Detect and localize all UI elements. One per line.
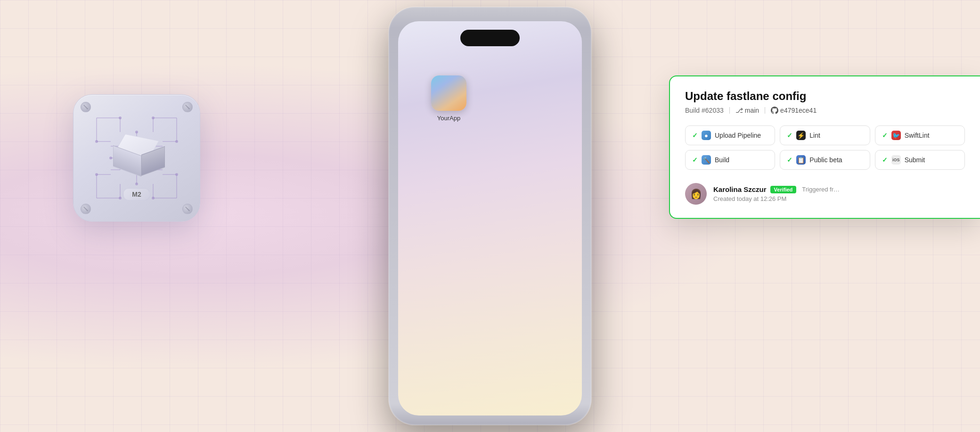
svg-point-31 [119, 197, 122, 199]
ci-badge-swiftlint: ✓🐦SwiftLint [875, 125, 965, 145]
ci-badge-beta: ✓📋Public beta [780, 150, 870, 170]
iphone-body: YourApp [389, 7, 591, 425]
ci-branch: ⎇ main [735, 107, 759, 114]
badge-label-build: Build [715, 156, 729, 164]
badge-icon-lint: ⚡ [796, 131, 806, 140]
ci-commit: e4791ece41 [771, 107, 817, 114]
branch-icon: ⎇ [735, 107, 743, 114]
ci-badge-upload: ✓●Upload Pipeline [685, 125, 775, 145]
badge-icon-beta: 📋 [796, 155, 806, 165]
ci-author-time: Created today at 12:26 PM [713, 195, 840, 202]
svg-point-33 [152, 197, 155, 199]
iphone-screen: YourApp [398, 21, 582, 415]
ci-avatar: 👩 [685, 183, 707, 205]
chip-inner: M2 [82, 104, 191, 212]
badge-label-swiftlint: SwiftLint [905, 132, 930, 139]
chip-label: M2 [123, 188, 150, 200]
svg-point-34 [175, 173, 178, 176]
chip-card: M2 [73, 94, 200, 222]
badge-check-swiftlint: ✓ [882, 132, 888, 139]
svg-point-27 [119, 116, 122, 119]
commit-hash: e4791ece41 [780, 107, 817, 114]
avatar-emoji: 👩 [690, 188, 702, 199]
badge-check-build: ✓ [692, 156, 698, 164]
badge-check-beta: ✓ [787, 156, 792, 164]
svg-point-35 [109, 157, 112, 159]
iphone-frame: YourApp [382, 0, 598, 432]
app-icon [431, 75, 466, 111]
ci-card: Update fastlane config Build #62033 ⎇ ma… [669, 75, 980, 219]
svg-point-30 [152, 116, 155, 119]
badge-label-submit: Submit [905, 156, 925, 164]
svg-point-28 [95, 140, 98, 143]
ci-author-name: Karolina Szczur [713, 185, 767, 193]
svg-point-37 [135, 131, 138, 133]
ci-author-name-row: Karolina Szczur Verified Triggered fr… [713, 185, 840, 193]
app-name: YourApp [437, 115, 460, 122]
badge-check-submit: ✓ [882, 156, 888, 164]
chip-3d-box [113, 137, 160, 175]
badge-check-upload: ✓ [692, 132, 698, 139]
badge-label-lint: Lint [809, 132, 820, 139]
ci-badge-build: ✓🔨Build [685, 150, 775, 170]
svg-point-32 [95, 173, 98, 176]
badge-icon-submit: iOS [891, 155, 901, 165]
ci-author-info: Karolina Szczur Verified Triggered fr… C… [713, 185, 840, 202]
ci-build-number: Build #62033 [685, 107, 724, 114]
github-icon [771, 107, 778, 114]
badge-label-upload: Upload Pipeline [715, 132, 761, 139]
badge-icon-build: 🔨 [702, 155, 711, 165]
badge-icon-swiftlint: 🐦 [891, 131, 901, 140]
svg-point-38 [135, 183, 138, 185]
branch-name: main [745, 107, 759, 114]
badge-icon-upload: ● [702, 131, 711, 140]
ci-meta-divider-2 [765, 107, 765, 114]
badge-label-beta: Public beta [809, 156, 842, 164]
ci-badge-lint: ✓⚡Lint [780, 125, 870, 145]
svg-point-29 [175, 140, 178, 143]
ci-verified-badge: Verified [770, 186, 797, 193]
ci-title: Update fastlane config [685, 90, 965, 103]
dynamic-island [460, 30, 520, 46]
ci-meta: Build #62033 ⎇ main e4791ece41 [685, 107, 965, 114]
ci-triggered-text: Triggered fr… [802, 186, 840, 193]
ci-badge-submit: ✓iOSSubmit [875, 150, 965, 170]
badge-check-lint: ✓ [787, 132, 792, 139]
ci-badges: ✓●Upload Pipeline✓⚡Lint✓🐦SwiftLint✓🔨Buil… [685, 125, 965, 170]
ci-meta-divider [729, 107, 730, 114]
ci-author: 👩 Karolina Szczur Verified Triggered fr…… [685, 181, 965, 205]
app-icon-container: YourApp [431, 75, 466, 122]
